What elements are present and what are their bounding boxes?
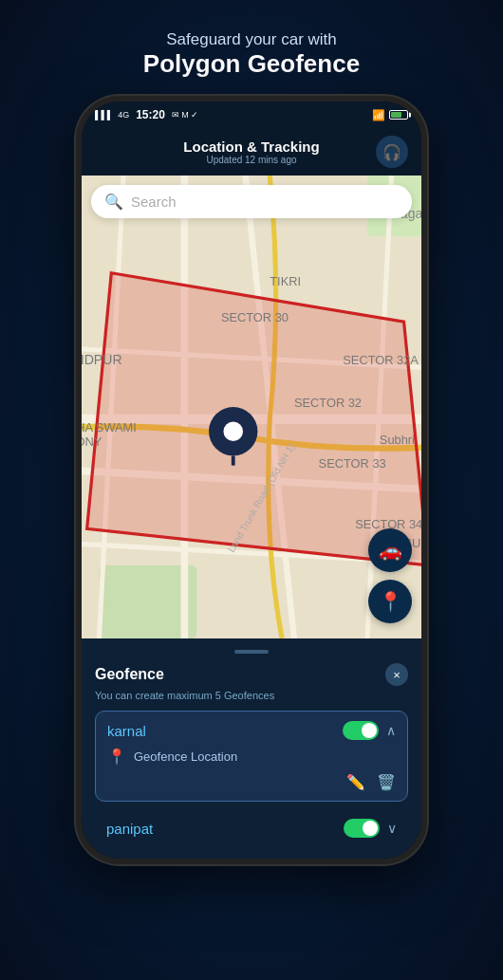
notification-icons: ✉ M ✓ xyxy=(172,110,199,120)
headphone-button[interactable]: 🎧 xyxy=(376,136,408,168)
status-bar: ▌▌▌ 4G 15:20 ✉ M ✓ 📶 xyxy=(82,102,421,128)
status-right: 📶 xyxy=(372,109,408,121)
status-time: 15:20 xyxy=(136,108,165,121)
panel-handle[interactable] xyxy=(234,650,269,654)
svg-text:SECTOR 32: SECTOR 32 xyxy=(294,396,362,410)
header-title: Polygon Geofence xyxy=(143,49,360,79)
geofence-toggle-panipat[interactable] xyxy=(344,819,380,838)
headphone-icon: 🎧 xyxy=(382,143,401,161)
toggle-knob-karnal xyxy=(362,723,377,738)
panel-close-button[interactable]: × xyxy=(385,663,408,686)
chevron-up-icon[interactable]: ∧ xyxy=(386,723,396,738)
signal-bars: ▌▌▌ xyxy=(95,110,113,120)
geofence-row-panipat: panipat ∨ xyxy=(106,819,397,838)
geofence-toggle-karnal[interactable] xyxy=(343,721,379,740)
network-type: 4G xyxy=(118,110,129,120)
pin-button[interactable]: 📍 xyxy=(368,580,412,623)
search-icon: 🔍 xyxy=(104,193,123,211)
svg-text:SECTOR 33: SECTOR 33 xyxy=(319,456,386,471)
geofence-name-panipat: panipat xyxy=(106,821,153,837)
search-placeholder: Search xyxy=(131,194,177,210)
geofence-card-karnal[interactable]: karnal ∧ 📍 Geofence Location ✏️ 🗑️ xyxy=(95,711,408,802)
battery-fill xyxy=(391,112,401,118)
geofence-controls-karnal: ∧ xyxy=(343,721,396,740)
svg-text:SAIDPUR: SAIDPUR xyxy=(82,352,122,367)
geofence-card-panipat[interactable]: panipat ∨ xyxy=(95,809,408,847)
map-container[interactable]: Baragaon TIKRI SECTOR 30 SECTOR 32A SECT… xyxy=(82,176,421,638)
svg-text:RADHA SWAMI: RADHA SWAMI xyxy=(82,420,137,435)
status-left: ▌▌▌ 4G 15:20 ✉ M ✓ xyxy=(95,108,198,121)
chevron-down-icon[interactable]: ∨ xyxy=(387,821,397,836)
app-bar-title: Location & Tracking xyxy=(183,139,319,155)
close-icon: × xyxy=(393,668,401,682)
panel-header: Geofence × xyxy=(95,663,408,686)
location-icon: 📍 xyxy=(107,748,126,766)
battery-icon xyxy=(389,110,408,120)
geofence-actions-karnal: ✏️ 🗑️ xyxy=(107,773,396,791)
svg-text:SECTOR 32A: SECTOR 32A xyxy=(343,353,419,367)
geofence-row-karnal: karnal ∧ xyxy=(107,721,396,740)
edit-icon[interactable]: ✏️ xyxy=(346,773,365,791)
geofence-panel: Geofence × You can create maximum 5 Geof… xyxy=(82,638,421,859)
svg-text:COLONY: COLONY xyxy=(82,435,102,449)
svg-point-27 xyxy=(223,422,243,442)
pin-icon: 📍 xyxy=(379,590,402,613)
battery-tip xyxy=(409,113,411,118)
panel-title: Geofence xyxy=(95,666,164,683)
svg-text:TIKRI: TIKRI xyxy=(270,274,301,288)
svg-text:SECTOR 30: SECTOR 30 xyxy=(221,310,289,324)
page-header: Safeguard your car with Polygon Geofence xyxy=(143,30,360,79)
floating-buttons: 🚗 📍 xyxy=(368,528,412,623)
toggle-knob-panipat xyxy=(363,821,378,836)
location-line-karnal: 📍 Geofence Location xyxy=(107,748,396,766)
car-location-button[interactable]: 🚗 xyxy=(368,528,412,572)
svg-text:Subhri: Subhri xyxy=(380,433,415,447)
geofence-name-karnal: karnal xyxy=(107,723,146,739)
geofence-location-label: Geofence Location xyxy=(134,749,237,764)
search-bar[interactable]: 🔍 Search xyxy=(91,185,412,218)
phone-shell: ▌▌▌ 4G 15:20 ✉ M ✓ 📶 Location & Tracking… xyxy=(76,96,427,864)
app-bar-subtitle: Updated 12 mins ago xyxy=(183,155,319,165)
header-subtitle: Safeguard your car with xyxy=(143,30,360,49)
wifi-icon: 📶 xyxy=(372,109,385,121)
app-bar: Location & Tracking Updated 12 mins ago … xyxy=(82,128,421,176)
panel-description: You can create maximum 5 Geofences xyxy=(95,690,408,701)
app-bar-center: Location & Tracking Updated 12 mins ago xyxy=(183,139,319,165)
geofence-controls-panipat: ∨ xyxy=(344,819,397,838)
delete-icon[interactable]: 🗑️ xyxy=(377,773,396,791)
car-icon: 🚗 xyxy=(379,539,402,562)
